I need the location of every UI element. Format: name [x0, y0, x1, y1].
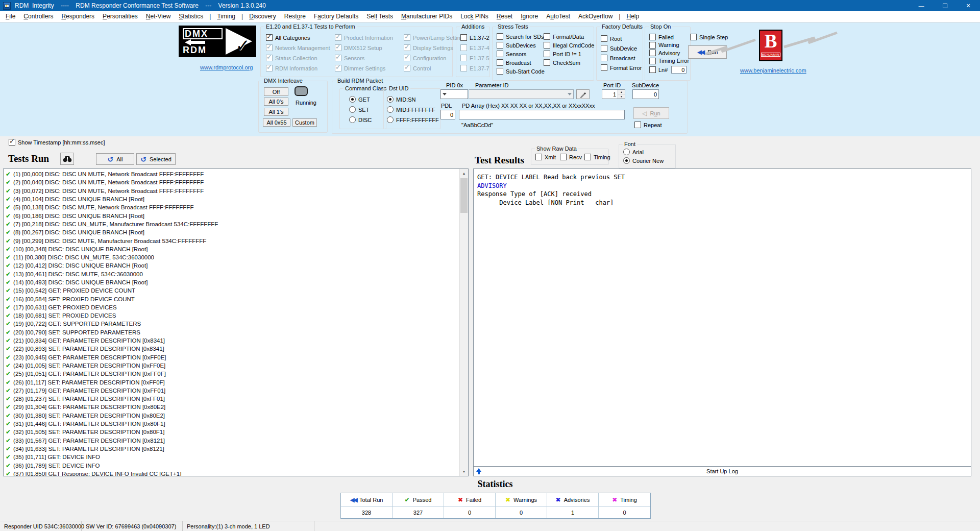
subdevice-field[interactable]: 0 — [632, 89, 659, 99]
test-list-item[interactable]: ✔(30) [01,380] SET: PARAMETER DESCRIPTIO… — [5, 412, 468, 420]
menu-item-discovery[interactable]: Discovery — [245, 11, 280, 22]
command-class-radio[interactable]: GET — [349, 96, 370, 103]
stop-on-checkbox[interactable]: Timing Error — [649, 58, 689, 64]
addition-checkbox[interactable]: E1.37-2 — [460, 34, 489, 41]
scrollbar-thumb[interactable] — [460, 178, 468, 213]
test-category-checkbox[interactable]: ✓Display Settings — [404, 44, 453, 51]
menu-item-self-tests[interactable]: Self Tests — [362, 11, 397, 22]
rerun-all-button[interactable]: ↺ All — [96, 153, 134, 165]
test-list-item[interactable]: ✔(29) [01,304] GET: PARAMETER DESCRIPTIO… — [5, 403, 468, 411]
test-list-item[interactable]: ✔(14) [00,493] DISC: DISC UNIQUE BRANCH … — [5, 278, 468, 286]
test-list-item[interactable]: ✔(35) [01,711] GET: DEVICE INFO — [5, 453, 468, 461]
scroll-down-icon[interactable]: ▼ — [460, 467, 468, 476]
addition-checkbox[interactable]: E1.37-5 — [460, 55, 489, 61]
test-category-checkbox[interactable]: ✓Status Collection — [266, 55, 317, 61]
test-list-item[interactable]: ✔(16) [00,584] SET: PROXIED DEVICE COUNT — [5, 295, 468, 303]
pid-picker-button[interactable] — [576, 89, 590, 99]
test-list-item[interactable]: ✔(37) [01,850] GET Response: DEVICE INFO… — [5, 470, 468, 476]
command-class-radio[interactable]: DISC — [349, 116, 372, 123]
pdl-field[interactable]: 0 — [440, 110, 455, 119]
menu-item-autotest[interactable]: AutoTest — [542, 11, 574, 22]
menu-item-responders[interactable]: Responders — [57, 11, 99, 22]
stop-on-checkbox[interactable]: Advisory — [649, 50, 680, 56]
menu-item-factory-defaults[interactable]: Factory Defaults — [310, 11, 362, 22]
test-list-item[interactable]: ✔(5) [00,138] DISC: DISC MUTE, Network B… — [5, 203, 468, 211]
rerun-selected-button[interactable]: ↺ Selected — [136, 153, 176, 165]
show-timestamp-checkbox[interactable]: ✓Show Timestamp [hh:mm:ss.msec] — [9, 139, 105, 146]
test-category-checkbox[interactable]: ✓Network Management — [266, 44, 330, 51]
dst-uid-radio[interactable]: MID:FFFFFFFF — [387, 106, 435, 113]
factory-default-checkbox[interactable]: Broadcast — [601, 55, 635, 61]
interleave-all0x55-button[interactable]: All 0x55 — [263, 118, 290, 127]
stop-on-checkbox[interactable]: Failed — [649, 34, 674, 40]
test-list-item[interactable]: ✔(20) [00,790] SET: SUPPORTED PARAMETERS — [5, 328, 468, 336]
test-list-item[interactable]: ✔(25) [01,051] GET: PARAMETER DESCRIPTIO… — [5, 370, 468, 378]
port-id-stepper[interactable]: 1 ▲ ▼ — [602, 89, 625, 99]
stop-on-checkbox[interactable]: Warning — [649, 42, 679, 49]
stop-on-ln-checkbox[interactable]: Ln#0 — [649, 66, 687, 74]
test-category-checkbox[interactable]: ✓Sensors — [335, 55, 364, 61]
test-list-item[interactable]: ✔(22) [00,893] SET: PARAMETER DESCRIPTIO… — [5, 345, 468, 353]
test-list-item[interactable]: ✔(24) [01,005] SET: PARAMETER DESCRIPTIO… — [5, 361, 468, 370]
test-list-item[interactable]: ✔(28) [01,237] SET: PARAMETER DESCRIPTIO… — [5, 395, 468, 403]
interleave-all1-button[interactable]: All 1's — [264, 108, 288, 116]
ln-number-field[interactable]: 0 — [671, 66, 687, 74]
minimize-button[interactable]: — — [910, 0, 933, 11]
font-radio[interactable]: Courier New — [623, 157, 664, 164]
test-list-item[interactable]: ✔(10) [00,348] DISC: DISC UNIQUE BRANCH … — [5, 245, 468, 253]
dst-uid-radio[interactable]: MID:SN — [387, 96, 416, 103]
benjaminelectric-link[interactable]: www.benjaminelectric.com — [740, 67, 806, 74]
test-list-item[interactable]: ✔(6) [00,186] DISC: DISC UNIQUE BRANCH [… — [5, 211, 468, 220]
dst-uid-radio[interactable]: FFFF:FFFFFFFF — [387, 116, 439, 123]
test-list-item[interactable]: ✔(7) [00,218] DISC: DISC UN_MUTE, Manufa… — [5, 220, 468, 228]
test-list-item[interactable]: ✔(26) [01,117] SET: PARAMETER DESCRIPTIO… — [5, 378, 468, 386]
spin-up-icon[interactable]: ▲ — [618, 90, 625, 94]
test-list-item[interactable]: ✔(21) [00,834] GET: PARAMETER DESCRIPTIO… — [5, 336, 468, 345]
tests-run-list[interactable]: ✔(1) [00,000] DISC: DISC UN MUTE, Networ… — [3, 168, 469, 476]
stress-test-checkbox[interactable]: Illegal CmdCode — [544, 42, 594, 49]
vertical-scrollbar[interactable]: ▲ ▼ — [459, 169, 468, 476]
addition-checkbox[interactable]: E1.37-4 — [460, 44, 489, 51]
menu-item-ackoverflow[interactable]: AckOverflow — [574, 11, 617, 22]
find-button[interactable] — [60, 153, 74, 165]
test-list-item[interactable]: ✔(36) [01,789] SET: DEVICE INFO — [5, 461, 468, 469]
pd-array-input[interactable] — [459, 110, 625, 119]
test-list-item[interactable]: ✔(33) [01,567] GET: PARAMETER DESCRIPTIO… — [5, 437, 468, 445]
test-results-pane[interactable]: GET: DEVICE LABEL Read back previous SET… — [473, 168, 971, 467]
test-list-item[interactable]: ✔(4) [00,104] DISC: DISC UNIQUE BRANCH [… — [5, 195, 468, 203]
test-list-item[interactable]: ✔(23) [00,945] GET: PARAMETER DESCRIPTIO… — [5, 353, 468, 361]
test-list-item[interactable]: ✔(17) [00,631] GET: PROXIED DEVICES — [5, 303, 468, 311]
test-list-item[interactable]: ✔(11) [00,380] DISC: DISC UN_MUTE, 534C:… — [5, 253, 468, 261]
test-list-item[interactable]: ✔(2) [00,040] DISC: DISC UN MUTE, Networ… — [5, 178, 468, 186]
test-list-item[interactable]: ✔(31) [01,446] GET: PARAMETER DESCRIPTIO… — [5, 420, 468, 428]
test-category-checkbox[interactable]: ✓Product Information — [335, 34, 393, 41]
rdmprotocol-link[interactable]: www.rdmprotocol.org — [200, 64, 253, 70]
repeat-checkbox[interactable]: Repeat — [634, 122, 662, 128]
close-button[interactable]: ✕ — [957, 0, 980, 11]
single-step-checkbox[interactable]: Single Step — [690, 34, 728, 40]
test-list-item[interactable]: ✔(8) [00,267] DISC: DISC UNIQUE BRANCH [… — [5, 228, 468, 236]
command-class-radio[interactable]: SET — [349, 106, 369, 113]
factory-default-checkbox[interactable]: Root — [601, 35, 622, 42]
parameter-id-combo[interactable] — [469, 89, 574, 99]
menu-item-net-view[interactable]: Net-View — [142, 11, 175, 22]
stress-test-checkbox[interactable]: Sensors — [497, 51, 526, 57]
test-category-checkbox[interactable]: ✓Dimmer Settings — [335, 65, 385, 71]
menu-item-ignore[interactable]: Ignore — [517, 11, 542, 22]
test-list-item[interactable]: ✔(12) [00,412] DISC: DISC UNIQUE BRANCH … — [5, 261, 468, 270]
menu-item-lock-pins[interactable]: Lock PINs — [456, 11, 493, 22]
menu-item-controllers[interactable]: Controllers — [19, 11, 57, 22]
show-raw-checkbox[interactable]: Timing — [584, 154, 610, 160]
menu-item-timing[interactable]: Timing — [213, 11, 239, 22]
test-list-item[interactable]: ✔(18) [00,681] SET: PROXIED DEVICES — [5, 311, 468, 320]
test-category-checkbox[interactable]: ✓Control — [404, 65, 431, 71]
test-list-item[interactable]: ✔(32) [01,505] SET: PARAMETER DESCRIPTIO… — [5, 428, 468, 436]
test-list-item[interactable]: ✔(15) [00,542] GET: PROXIED DEVICE COUNT — [5, 286, 468, 295]
pid-combo[interactable] — [440, 89, 468, 99]
interleave-all0-button[interactable]: All 0's — [264, 98, 288, 106]
test-list-item[interactable]: ✔(3) [00,072] DISC: DISC UN MUTE, Networ… — [5, 187, 468, 195]
maximize-button[interactable] — [933, 0, 957, 11]
test-list-item[interactable]: ✔(1) [00,000] DISC: DISC UN MUTE, Networ… — [5, 170, 468, 178]
menu-item-statistics[interactable]: Statistics — [175, 11, 207, 22]
stress-test-checkbox[interactable]: Search for SDs — [497, 33, 544, 40]
